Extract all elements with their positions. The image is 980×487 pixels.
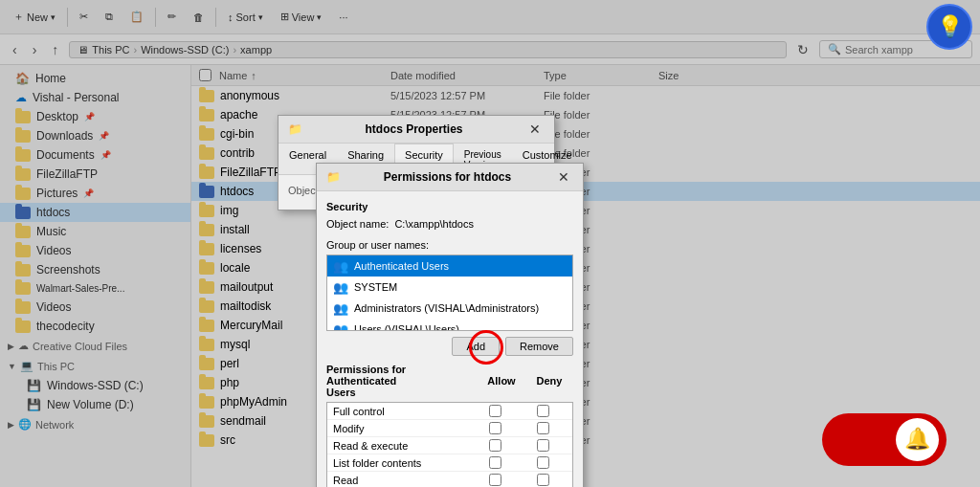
security-section-title: Security (326, 201, 573, 212)
perm-row-listfolder: List folder contents (327, 454, 572, 472)
readexecute-deny-checkbox[interactable] (537, 439, 549, 452)
properties-titlebar: 📁 htdocs Properties ✕ (278, 116, 554, 144)
permissions-object-name: Object name: C:\xampp\htdocs (326, 218, 573, 230)
toggle-widget: 🔔 (822, 413, 947, 466)
permissions-table-header: Permissions for AuthenticatedUsers Allow… (326, 364, 573, 398)
fullcontrol-allow-checkbox[interactable] (489, 405, 501, 417)
bell-icon: 🔔 (904, 427, 930, 452)
deny-header: Deny (525, 375, 573, 387)
permissions-dialog: 📁 Permissions for htdocs ✕ Security Obje… (316, 163, 584, 487)
add-remove-buttons: Add Remove (326, 337, 573, 356)
folder-icon-perm: 📁 (326, 170, 341, 184)
logo-badge: 💡 (926, 4, 972, 50)
folder-icon-title: 📁 (288, 122, 302, 136)
object-value: C:\xampp\htdocs (394, 218, 474, 230)
perm-row-fullcontrol: Full control (327, 403, 572, 420)
perm-row-modify: Modify (327, 420, 572, 437)
modify-deny-checkbox[interactable] (537, 422, 549, 434)
read-deny-checkbox[interactable] (537, 474, 549, 486)
perm-row-readexecute: Read & execute (327, 437, 572, 454)
permissions-table: Full control Modify Read & execute List … (326, 402, 573, 487)
allow-header: Allow (478, 375, 525, 387)
user-group-icon4: 👥 (333, 321, 348, 331)
user-group-icon: 👥 (333, 258, 348, 274)
readexecute-allow-checkbox[interactable] (489, 439, 501, 452)
properties-title: htdocs Properties (365, 122, 462, 136)
remove-button[interactable]: Remove (505, 337, 573, 356)
object-label: Object name: (326, 218, 389, 230)
properties-close-button[interactable]: ✕ (525, 122, 545, 137)
permissions-body: Security Object name: C:\xampp\htdocs Gr… (317, 191, 583, 487)
fullcontrol-deny-checkbox[interactable] (537, 405, 549, 417)
read-allow-checkbox[interactable] (489, 474, 501, 486)
permissions-title: Permissions for htdocs (384, 170, 511, 184)
user-list: 👥 Authenticated Users 👥 SYSTEM 👥 Adminis… (326, 255, 573, 331)
user-group-icon2: 👥 (333, 279, 348, 295)
modify-allow-checkbox[interactable] (489, 422, 501, 434)
user-group-icon3: 👥 (333, 300, 348, 316)
permissions-close-button[interactable]: ✕ (554, 169, 573, 185)
list-item-authenticated[interactable]: 👥 Authenticated Users (327, 255, 572, 277)
perms-for-label: Permissions for AuthenticatedUsers (326, 364, 478, 398)
list-item-administrators[interactable]: 👥 Administrators (VISHAL\Administrators) (327, 298, 572, 319)
add-button[interactable]: Add (452, 337, 500, 356)
listfolder-deny-checkbox[interactable] (537, 456, 549, 469)
list-item-system[interactable]: 👥 SYSTEM (327, 277, 572, 298)
listfolder-allow-checkbox[interactable] (489, 456, 501, 469)
list-item-users[interactable]: 👥 Users (VISHAL\Users) (327, 319, 572, 331)
permissions-titlebar: 📁 Permissions for htdocs ✕ (317, 164, 583, 191)
watermark-area: 🔔 (789, 391, 980, 487)
logo-icon: 💡 (937, 14, 963, 39)
toggle-circle: 🔔 (896, 418, 939, 461)
perm-row-read: Read (327, 472, 572, 487)
group-label: Group or user names: (326, 239, 573, 251)
